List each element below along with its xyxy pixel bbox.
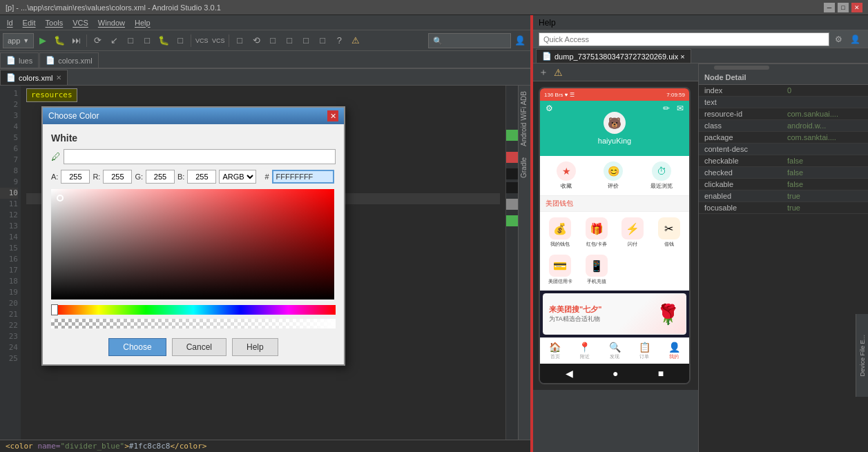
debug-button[interactable]: 🐛: [52, 33, 67, 48]
tab-discover[interactable]: 🔍 发现: [599, 338, 629, 364]
gradle-label[interactable]: Gradle: [519, 152, 530, 184]
cancel-button[interactable]: Cancel: [172, 338, 226, 356]
line-numbers: 1234 5678 910 11121314 15161718 19202122…: [0, 86, 21, 440]
dialog-body: White 🖊 A: R: G:: [43, 124, 344, 364]
choose-button[interactable]: Choose: [108, 338, 166, 356]
nearby-tab-icon: 📍: [579, 342, 590, 353]
add-button[interactable]: ＋: [539, 66, 548, 79]
node-val-content-desc: [782, 144, 868, 155]
toolbar-btn-1[interactable]: ↙: [106, 33, 122, 48]
run-button[interactable]: ▶: [35, 33, 50, 48]
run-with-coverage-button[interactable]: ⏭: [68, 33, 84, 48]
warning-button[interactable]: ⚠: [554, 67, 563, 78]
recent-label: 最近浏览: [650, 182, 673, 190]
phone-section-title: 美团钱包: [540, 195, 689, 212]
menu-item-tools[interactable]: Tools: [41, 17, 68, 28]
color-picker-main[interactable]: [51, 189, 334, 299]
format-select[interactable]: ARGB RGB HSV: [219, 170, 256, 184]
help-dialog-button[interactable]: Help: [232, 338, 278, 356]
alpha-slider[interactable]: [51, 319, 336, 328]
vcs-button-1[interactable]: VCS: [194, 33, 209, 48]
toolbar-btn-8[interactable]: □: [282, 33, 297, 48]
green-input[interactable]: [146, 170, 175, 184]
tab-colors-xml-active[interactable]: 📄 colors.xml ✕: [0, 70, 68, 85]
node-detail-title: Node Detail: [704, 73, 746, 81]
home-nav-button[interactable]: ●: [613, 368, 618, 379]
horizontal-scrollbar[interactable]: [699, 63, 868, 70]
tab-colors-xml-outer[interactable]: 📄 colors.xml: [39, 52, 99, 68]
android-wifi-adb-label[interactable]: Android WiFi ADB: [519, 86, 530, 152]
vertical-labels-panel: Android WiFi ADB Gradle: [518, 86, 530, 440]
red-input[interactable]: [103, 170, 132, 184]
menu-item-edit[interactable]: Edit: [19, 17, 40, 28]
toolbar-btn-4[interactable]: 🐛: [156, 33, 171, 48]
blue-input[interactable]: [187, 170, 216, 184]
uix-tab-dump[interactable]: 📄 dump_737513803473727320269.uix ×: [536, 49, 691, 63]
tab-close-icon[interactable]: ✕: [56, 74, 61, 81]
app-selector[interactable]: app ▼: [3, 33, 34, 48]
tab-lues[interactable]: 📄 lues: [0, 52, 39, 68]
sync-button[interactable]: ⟳: [90, 33, 105, 48]
help-toolbar-button[interactable]: ?: [331, 33, 347, 48]
node-val-clickable: false: [782, 179, 868, 190]
toolbar-btn-2[interactable]: □: [123, 33, 138, 48]
green-label: G:: [135, 173, 143, 181]
node-key-class: class: [699, 120, 782, 132]
flash-label: 闪付: [628, 241, 637, 248]
node-val-resource-id: com.sankuai....: [782, 108, 868, 120]
creditcard-grid-icon: 💳: [549, 255, 571, 277]
toolbar-btn-3[interactable]: □: [139, 33, 155, 48]
undo-button[interactable]: ⟲: [249, 33, 264, 48]
quick-access-user-button[interactable]: 👤: [847, 32, 862, 47]
toolbar-btn-10[interactable]: □: [315, 33, 330, 48]
mine-tab-label: 我的: [669, 353, 679, 360]
borrow-grid-icon: ✂: [658, 217, 680, 239]
hex-input[interactable]: [272, 170, 334, 184]
tab-orders[interactable]: 📋 订单: [630, 338, 659, 364]
tab-home[interactable]: 🏠 首页: [540, 338, 570, 364]
favorites-label: 收藏: [561, 182, 572, 190]
favorites-icon-circle: ★: [557, 161, 576, 181]
menu-item-window[interactable]: Window: [94, 17, 129, 28]
recharge-grid-icon: 📱: [586, 255, 608, 277]
right-toolbar: ＋ ⚠: [533, 63, 698, 81]
toolbar-separator-3: [229, 35, 229, 47]
menu-item-ld[interactable]: ld: [3, 17, 17, 28]
recent-nav-button[interactable]: ■: [658, 368, 664, 379]
rgba-input-row: A: R: G: B: ARGB RGB: [51, 170, 336, 184]
node-row-text: text: [699, 97, 868, 108]
vcs-button-2[interactable]: VCS: [211, 33, 226, 48]
search-input[interactable]: [428, 33, 511, 48]
device-file-panel: Device File E...: [856, 314, 868, 397]
tab-nearby[interactable]: 📍 附近: [570, 338, 599, 364]
coupon-grid-icon: 🎁: [586, 217, 608, 239]
toolbar-btn-5[interactable]: □: [173, 33, 188, 48]
profile-button[interactable]: 👤: [512, 33, 528, 48]
orders-tab-label: 订单: [639, 353, 649, 360]
quick-access-input[interactable]: [539, 32, 829, 46]
back-nav-button[interactable]: ◀: [566, 368, 573, 379]
tab-mine[interactable]: 👤 我的: [659, 338, 689, 364]
quick-access-settings-button[interactable]: ⚙: [831, 32, 846, 47]
color-gradient-box[interactable]: [51, 189, 334, 299]
close-button[interactable]: ✕: [851, 3, 862, 12]
hex-preview-bar: [64, 149, 336, 164]
eyedropper-button[interactable]: 🖊: [51, 151, 61, 162]
menu-item-vcs[interactable]: VCS: [68, 17, 93, 28]
dialog-title-bar: Choose Color ✕: [43, 108, 344, 124]
scrollbar-thumb[interactable]: [714, 66, 769, 70]
warning-toolbar-button[interactable]: ⚠: [348, 33, 363, 48]
device-file-label[interactable]: Device File E...: [859, 335, 866, 377]
alpha-input[interactable]: [61, 170, 90, 184]
maximize-button[interactable]: □: [838, 3, 849, 12]
toolbar-btn-7[interactable]: □: [265, 33, 280, 48]
menu-item-help[interactable]: Help: [131, 17, 155, 28]
hue-slider[interactable]: [51, 305, 336, 315]
dialog-close-button[interactable]: ✕: [327, 110, 338, 121]
right-panel: Help ⚙ 👤 📄 dump_737513803473727320269.ui…: [532, 15, 868, 452]
toolbar-btn-6[interactable]: □: [232, 33, 247, 48]
phone-preview: 136 Brs ♥ ☰ 7:09:59 ⚙ ✏ ✉ 🐻 haiyuKing: [533, 81, 699, 390]
toolbar-btn-9[interactable]: □: [298, 33, 314, 48]
minimize-button[interactable]: ─: [824, 3, 835, 12]
node-key-focusable: focusable: [699, 202, 782, 214]
